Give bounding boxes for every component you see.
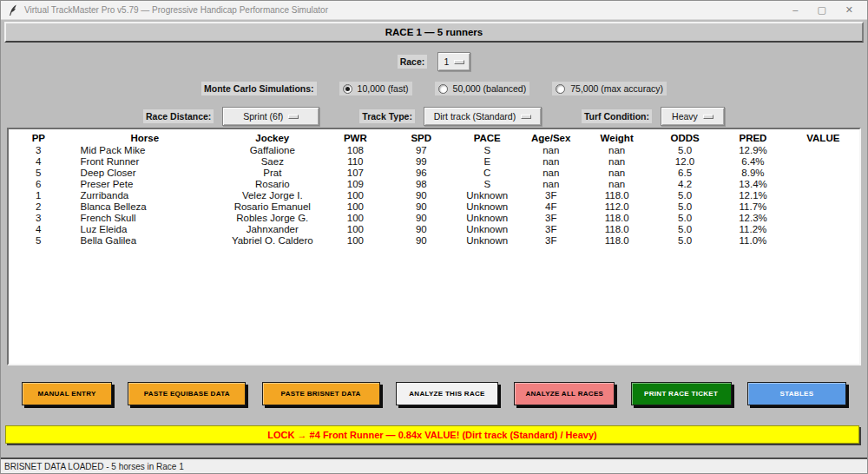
race-selector-row: Race: 1 [1,50,867,73]
track-type-group: Track Type: Dirt track (Standard) [359,107,542,126]
table-cell: 12.9% [719,144,786,155]
table-cell: 90 [387,201,455,212]
stables-button[interactable]: STABLES [747,382,846,405]
radio-sims-50000[interactable]: 50,000 (balanced) [435,82,530,95]
table-cell: 11.2% [719,223,786,234]
table-cell: 4.2 [651,178,719,189]
race-number-value: 1 [444,56,449,67]
table-cell: Rosario Emanuel [221,201,324,212]
table-row: 5Deep CloserPrat10796Cnannan6.58.9% [9,167,859,178]
table-cell: 118.0 [582,189,650,201]
table-cell: E [455,155,519,167]
table-cell: 90 [387,212,455,223]
paste-brisnet-button[interactable]: PASTE BRISNET DATA [262,382,380,405]
table-cell: 4F [519,201,583,212]
table-cell: 6.5 [651,167,719,178]
track-type-value: Dirt track (Standard) [434,111,516,122]
track-type-dropdown[interactable]: Dirt track (Standard) [424,107,542,126]
close-icon[interactable]: ✕ [845,5,853,15]
table-cell: 5.0 [651,189,719,201]
track-type-label: Track Type: [359,109,415,123]
table-cell: 3F [519,223,583,234]
table-cell: 118.0 [582,234,650,246]
radio-button-icon [343,84,352,94]
table-cell [787,167,859,178]
table-cell: Unknown [455,189,519,201]
manual-entry-button[interactable]: MANUAL ENTRY [22,382,112,405]
table-cell [787,144,859,155]
table-cell: 12.1% [719,189,786,201]
col-header-agesex: Age/Sex [519,132,583,144]
table-cell: 5 [9,234,69,246]
table-cell: 118.0 [582,212,650,223]
table-cell: Deep Closer [69,167,221,178]
table-cell [787,201,859,212]
race-number-dropdown[interactable]: 1 [437,52,470,71]
results-table: PP Horse Jockey PWR SPD PACE Age/Sex Wei… [9,132,859,246]
paste-equibase-button[interactable]: PASTE EQUIBASE DATA [128,382,246,405]
table-cell: 12.3% [719,212,786,223]
radio-sims-75000[interactable]: 75,000 (max accuracy) [552,82,667,95]
turf-condition-label: Turf Condition: [582,109,652,123]
table-cell: 4 [9,155,69,167]
analyze-this-race-button[interactable]: ANALYZE THIS RACE [396,382,498,405]
dropdown-indicator-icon [288,115,299,119]
lock-pick-banner: LOCK → #4 Front Runner — 0.84x VALUE! (D… [5,425,859,444]
table-cell: Mid Pack Mike [69,144,221,155]
table-cell: 6 [9,178,69,189]
table-cell: Preser Pete [69,178,221,189]
table-cell [787,212,859,223]
radio-sims-10000[interactable]: 10,000 (fast) [339,82,412,95]
table-row: 3French SkullRobles Jorge G.10090Unknown… [9,212,859,223]
table-cell: nan [519,167,583,178]
table-cell: Luz Eleida [69,223,221,234]
table-cell: 12.0 [651,155,719,167]
table-cell: Unknown [455,234,519,246]
radio-sims-10000-label: 10,000 (fast) [358,83,409,94]
table-cell: 11.0% [719,234,786,246]
table-cell: 4 [9,223,69,234]
turf-condition-dropdown[interactable]: Heavy [661,107,725,126]
table-cell: 96 [387,167,455,178]
col-header-odds: ODDS [651,132,719,144]
table-row: 1ZurribandaVelez Jorge I.10090Unknown3F1… [9,189,859,201]
table-cell: 100 [324,189,388,201]
minimize-icon[interactable]: – [792,5,798,15]
table-cell [787,234,859,246]
table-row: 3Mid Pack MikeGaffalione10897Snannan5.01… [9,144,859,155]
table-cell: 3F [519,189,583,201]
table-cell: 107 [324,167,388,178]
table-cell: Velez Jorge I. [221,189,324,201]
table-cell: nan [519,178,583,189]
table-cell: 112.0 [582,201,650,212]
status-bar: BRISNET DATA LOADED - 5 horses in Race 1 [1,458,867,473]
table-cell: 99 [387,155,455,167]
table-cell: 5.0 [651,144,719,155]
table-row: 4Luz EleidaJahnxander10090Unknown3F118.0… [9,223,859,234]
table-cell: 5.0 [651,212,719,223]
table-header-row: PP Horse Jockey PWR SPD PACE Age/Sex Wei… [9,132,859,144]
print-race-ticket-button[interactable]: PRINT RACE TICKET [631,382,732,405]
table-cell: 5.0 [651,223,719,234]
col-header-jockey: Jockey [221,132,324,144]
table-cell: 3 [9,212,69,223]
window-title: Virtual TrackMaster Pro v5.79 — Progress… [24,5,792,15]
col-header-pwr: PWR [324,132,388,144]
race-distance-label: Race Distance: [143,109,214,123]
table-cell: 1 [9,189,69,201]
table-cell: 5.0 [651,201,719,212]
table-cell: 97 [387,144,455,155]
maximize-icon[interactable]: ▢ [817,5,825,15]
table-cell: Zurribanda [69,189,221,201]
table-cell: French Skull [69,212,221,223]
table-row: 5Bella GalileaYabriel O. Caldero10090Unk… [9,234,859,246]
race-selector-label: Race: [398,55,428,69]
table-cell: Gaffalione [221,144,324,155]
radio-sims-75000-label: 75,000 (max accuracy) [570,83,663,94]
turf-condition-group: Turf Condition: Heavy [582,107,725,126]
analyze-all-races-button[interactable]: ANALYZE ALL RACES [514,382,615,405]
race-distance-dropdown[interactable]: Sprint (6f) [222,107,319,126]
table-cell: 100 [324,212,388,223]
table-cell: 2 [9,201,69,212]
table-cell: 6.4% [719,155,786,167]
